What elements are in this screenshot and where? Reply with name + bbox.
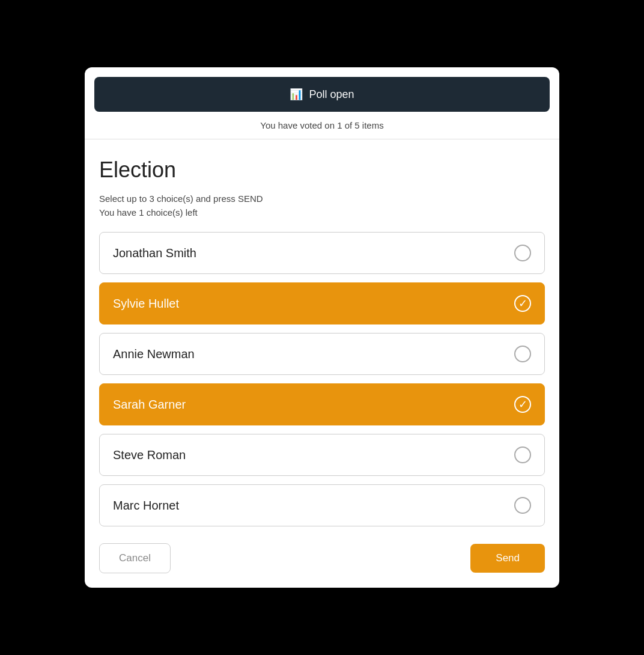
send-button[interactable]: Send [470,544,545,573]
choice-sylvie-hullet[interactable]: Sylvie Hullet ✓ [99,282,545,324]
choice-annie-newman[interactable]: Annie Newman ✓ [99,333,545,375]
choice-steve-roman[interactable]: Steve Roman ✓ [99,434,545,476]
choice-label: Sarah Garner [113,398,186,412]
choice-radio: ✓ [514,497,531,514]
poll-icon: 📊 [290,88,303,101]
choice-radio: ✓ [514,245,531,261]
choices-left-text: You have 1 choice(s) left [99,207,545,218]
choice-label: Marc Hornet [113,499,179,513]
poll-header-bar: 📊 Poll open [94,77,550,112]
checkmark-icon: ✓ [518,297,527,310]
choice-label: Annie Newman [113,347,195,361]
poll-modal: 📊 Poll open You have voted on 1 of 5 ite… [85,67,559,588]
election-content: Election Select up to 3 choice(s) and pr… [85,139,559,588]
cancel-button[interactable]: Cancel [99,543,171,573]
choice-jonathan-smith[interactable]: Jonathan Smith ✓ [99,232,545,274]
checkmark-icon: ✓ [518,398,527,411]
election-title: Election [99,157,545,183]
choice-label: Jonathan Smith [113,246,196,260]
action-buttons: Cancel Send [99,543,545,573]
choice-radio: ✓ [514,396,531,413]
votes-status-text: You have voted on 1 of 5 items [85,112,559,139]
choice-radio: ✓ [514,295,531,312]
choice-label: Sylvie Hullet [113,297,179,311]
choice-marc-hornet[interactable]: Marc Hornet ✓ [99,484,545,526]
choice-radio: ✓ [514,346,531,362]
poll-title: Poll open [309,88,354,101]
choice-radio: ✓ [514,446,531,463]
choice-sarah-garner[interactable]: Sarah Garner ✓ [99,383,545,425]
election-instruction: Select up to 3 choice(s) and press SEND [99,193,545,204]
choice-list: Jonathan Smith ✓ Sylvie Hullet ✓ Annie N… [99,232,545,526]
choice-label: Steve Roman [113,448,186,462]
